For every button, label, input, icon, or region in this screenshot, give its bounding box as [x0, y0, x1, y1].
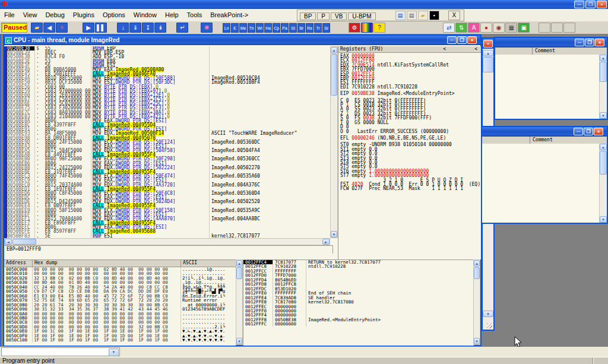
dump-header-address[interactable]: Address: [4, 260, 33, 267]
toolbar-button-p[interactable]: P: [317, 12, 330, 20]
menu-item-help[interactable]: Help: [161, 9, 183, 21]
scroll-left-icon[interactable]: ◄: [5, 239, 12, 245]
comment-window-bottom[interactable]: ─ ❐ × Comment ▲ ▼: [481, 126, 608, 224]
scrollbar[interactable]: ▲ ▼: [599, 144, 607, 223]
register-efl-line[interactable]: EFL 00000246 (NO,NB,E,BE,NS,PE,GE,LE): [340, 136, 481, 140]
hex-dump-pane[interactable]: Address Hex dump ASCII 0050C00000 00 00 …: [4, 259, 236, 346]
scrollbar-thumb[interactable]: [474, 267, 480, 279]
flag-line[interactable]: O 0 LastErr ERROR_SUCCESS (00000000): [340, 129, 481, 134]
register-line[interactable]: EDI 7C910228 ntdll.7C910228: [340, 85, 481, 89]
close-button[interactable]: ×: [597, 1, 607, 8]
dump-row[interactable]: 0050C1001F 00 1F 00 1F 00 1F 00 1F 00 1F…: [4, 338, 236, 342]
scroll-up-icon[interactable]: ▲: [600, 144, 607, 150]
main-titlebar[interactable]: ✱ ─ ❐ ×: [0, 0, 608, 9]
registers-pane[interactable]: Registers (FPU)< < EAX 00000000ECX 0012F…: [338, 46, 481, 259]
maximize-icon[interactable]: ❐: [457, 36, 467, 44]
close-program-icon[interactable]: ×: [56, 23, 68, 33]
comment-window-top[interactable]: ─ ❐ × Comment ▲ ▼: [494, 37, 608, 120]
menu-item-window[interactable]: Window: [129, 9, 161, 21]
help-icon[interactable]: ?: [373, 23, 385, 33]
menu-item-view[interactable]: View: [19, 9, 42, 21]
minimize-button[interactable]: ─: [574, 1, 584, 8]
scroll-down-icon[interactable]: ▼: [236, 338, 242, 344]
updown-icon[interactable]: ⇅: [455, 23, 467, 33]
toolbar-button-u-bpm[interactable]: U-BPM: [348, 12, 375, 20]
resize-grip[interactable]: [487, 323, 492, 328]
close-icon[interactable]: ×: [595, 39, 604, 46]
pane-button-st[interactable]: St: [289, 23, 297, 33]
spiral-icon[interactable]: ◉: [493, 23, 505, 33]
chevron-down-icon[interactable]: ▼: [109, 349, 119, 356]
close-icon[interactable]: ×: [467, 36, 477, 44]
restart-icon[interactable]: ◀: [43, 23, 55, 33]
pane-button-e[interactable]: E: [231, 23, 239, 33]
disasm-row[interactable]: 0050BEFE. E8 8597F8FFCALL ImageRed.00495…: [7, 229, 330, 233]
pane-button-cp[interactable]: Cp: [273, 23, 280, 33]
scrollbar[interactable]: ▲ ▼: [599, 55, 607, 119]
scrollbar-thumb[interactable]: [331, 54, 337, 96]
close-icon[interactable]: ×: [483, 40, 493, 48]
scrollbar-thumb[interactable]: [600, 62, 607, 82]
dump-header-hex[interactable]: Hex dump: [33, 260, 181, 267]
execute-till-return-icon[interactable]: ↵: [176, 23, 188, 33]
register-eip-line[interactable]: EIP 0050BE38 ImageRed.<ModuleEntryPoint>: [340, 91, 481, 96]
pane-button-br[interactable]: Br: [297, 23, 305, 33]
scrollbar-thumb[interactable]: [12, 239, 36, 245]
dump-scrollbar[interactable]: ▲ ▼: [236, 259, 243, 345]
pane-button-wi[interactable]: Wi: [256, 23, 264, 33]
menu-item-tools[interactable]: Tools: [183, 9, 207, 21]
options-gear-icon[interactable]: ⚙: [349, 23, 360, 33]
minimize-icon[interactable]: ─: [575, 39, 584, 46]
toolbar-close-button[interactable]: X: [448, 11, 461, 20]
stack-pane[interactable]: 0012FFC47C817077RETURN to kernel32.7C817…: [243, 259, 474, 346]
appearance-icon[interactable]: [361, 23, 373, 33]
comment-list[interactable]: [495, 55, 599, 119]
swap-icon[interactable]: ⇄: [443, 23, 455, 33]
source-icon[interactable]: ▤: [395, 11, 406, 20]
scroll-down-icon[interactable]: ▼: [600, 112, 607, 119]
minimize-icon[interactable]: ─: [447, 36, 457, 44]
comment-window-titlebar[interactable]: ─ ❐ ×: [482, 127, 607, 137]
pane-button-re[interactable]: Re: [306, 23, 314, 33]
flag-line[interactable]: T 0 GS 0000 NULL: [340, 121, 481, 125]
maximize-icon[interactable]: ❐: [585, 39, 594, 46]
screen-icon[interactable]: ▣: [518, 23, 530, 33]
cpu-titlebar[interactable]: CCPU - main thread, module ImageRed ─ ❐ …: [4, 36, 480, 45]
animate-over-icon[interactable]: ↡: [154, 23, 166, 33]
pane-button-tr[interactable]: Tr: [314, 23, 322, 33]
console-icon[interactable]: ▪: [429, 11, 439, 20]
disasm-vscrollbar[interactable]: ▲ ▼: [330, 46, 338, 238]
blank-button[interactable]: [551, 23, 563, 33]
scroll-down-icon[interactable]: ▼: [600, 216, 607, 223]
scroll-up-icon[interactable]: ▲: [600, 55, 607, 61]
record-icon[interactable]: ●: [480, 23, 492, 33]
pane-button-ln[interactable]: Ln: [223, 23, 230, 33]
scroll-up-icon[interactable]: ▲: [331, 47, 337, 53]
scrollbar-thumb[interactable]: [236, 267, 242, 279]
minimize-icon[interactable]: ─: [574, 128, 583, 135]
scrollbar-thumb[interactable]: [600, 151, 607, 175]
menu-item-options[interactable]: Options: [99, 9, 129, 21]
scrollbar-thumb[interactable]: [483, 57, 493, 72]
document-icon[interactable]: ▤: [407, 11, 417, 20]
step-into-icon[interactable]: ↓: [117, 23, 129, 33]
stack-row[interactable]: 0012FFFC00000000: [243, 322, 474, 326]
step-over-icon[interactable]: ⇓: [129, 23, 141, 33]
pane-button-me[interactable]: Me: [239, 23, 247, 33]
go-to-address-icon[interactable]: ✱: [201, 23, 213, 33]
disasm-hscrollbar[interactable]: ◄ ►: [4, 238, 330, 245]
stack-scrollbar[interactable]: ▲ ▼: [473, 259, 480, 345]
pane-button-ha[interactable]: Ha: [264, 23, 272, 33]
fcw-line[interactable]: FCW 027F Prec NEAR,53 Mask 1 1 1 1 1 1: [340, 186, 481, 191]
blank-button[interactable]: [539, 23, 550, 33]
scroll-down-icon[interactable]: ▼: [483, 311, 493, 317]
comment-column-header[interactable]: Comment: [533, 48, 555, 55]
blank-button[interactable]: [563, 23, 575, 33]
run-icon[interactable]: ▶: [83, 23, 94, 33]
disasm-row[interactable]: 0050BE3B. 83C4 F0ADD ESP,-10: [7, 55, 330, 59]
folder-icon[interactable]: ▰: [418, 11, 428, 20]
close-icon[interactable]: ×: [594, 128, 603, 135]
animate-into-icon[interactable]: ↧: [142, 23, 154, 33]
maximize-icon[interactable]: ❐: [584, 128, 593, 135]
comment-window-titlebar[interactable]: ─ ❐ ×: [495, 38, 607, 48]
